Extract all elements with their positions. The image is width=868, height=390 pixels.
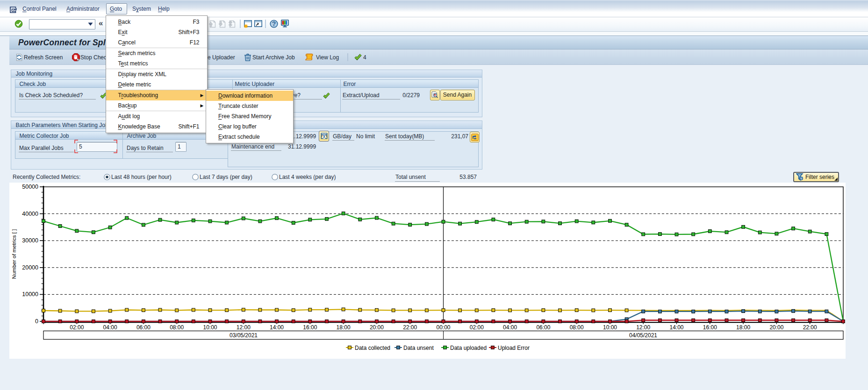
svg-text:20:00: 20:00 <box>370 324 384 331</box>
svg-text:22:00: 22:00 <box>403 324 417 331</box>
svg-text:16:00: 16:00 <box>303 324 317 331</box>
svg-text:06:00: 06:00 <box>536 324 550 331</box>
svg-text:Data uploaded: Data uploaded <box>450 345 487 351</box>
svg-text:04:00: 04:00 <box>103 324 117 331</box>
svg-text:18:00: 18:00 <box>337 324 351 331</box>
svg-text:10000: 10000 <box>22 291 38 298</box>
svg-text:Number of metrics [ ]: Number of metrics [ ] <box>11 229 17 279</box>
svg-text:0: 0 <box>35 318 38 325</box>
svg-text:18:00: 18:00 <box>736 324 750 331</box>
svg-text:Data collected: Data collected <box>355 345 390 351</box>
svg-text:20:00: 20:00 <box>769 324 783 331</box>
svg-text:Upload Error: Upload Error <box>498 345 530 351</box>
svg-text:12:00: 12:00 <box>237 324 251 331</box>
svg-text:06:00: 06:00 <box>136 324 151 331</box>
svg-text:12:00: 12:00 <box>636 324 650 331</box>
svg-text:40000: 40000 <box>22 211 38 217</box>
svg-text:22:00: 22:00 <box>803 324 817 331</box>
svg-text:50000: 50000 <box>22 184 38 190</box>
svg-text:03/05/2021: 03/05/2021 <box>230 332 258 339</box>
svg-text:14:00: 14:00 <box>270 324 284 331</box>
svg-text:02:00: 02:00 <box>470 324 484 331</box>
svg-text:00:00: 00:00 <box>436 324 450 331</box>
svg-text:08:00: 08:00 <box>570 324 584 331</box>
svg-text:04:00: 04:00 <box>503 324 517 331</box>
svg-text:Data unsent: Data unsent <box>403 345 434 351</box>
svg-text:?: ? <box>272 20 276 28</box>
svg-text:02:00: 02:00 <box>70 324 84 331</box>
svg-text:10:00: 10:00 <box>203 324 217 331</box>
svg-text:14:00: 14:00 <box>669 324 683 331</box>
svg-text:16:00: 16:00 <box>703 324 717 331</box>
svg-text:08:00: 08:00 <box>170 324 184 331</box>
svg-text:20000: 20000 <box>22 264 38 271</box>
svg-text:10:00: 10:00 <box>603 324 617 331</box>
svg-text:30000: 30000 <box>22 237 38 244</box>
svg-text:04/05/2021: 04/05/2021 <box>629 332 657 339</box>
